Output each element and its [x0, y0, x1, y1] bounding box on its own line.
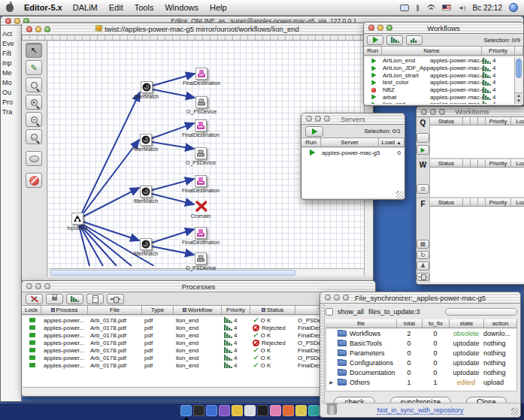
palette-category-label[interactable]: Tra: [1, 107, 21, 117]
resize-handle[interactable]: [396, 191, 404, 198]
app-status-orb-icon[interactable]: [509, 3, 518, 12]
node-psdevice[interactable]: O_PSDevice: [174, 147, 227, 165]
queue-list-empty[interactable]: [430, 125, 524, 158]
workflow-row[interactable]: arbat apples-power-mac-g5 4: [365, 93, 514, 101]
dock-icon[interactable]: [257, 405, 268, 416]
node-finaldestination[interactable]: FinalDestination: [174, 119, 227, 137]
dock-icon[interactable]: [244, 405, 256, 416]
palette-category-label[interactable]: Mo: [1, 78, 21, 88]
col-total[interactable]: total: [397, 319, 423, 328]
filesync-row[interactable]: Configurations 0 0 uptodate nothing: [326, 358, 516, 367]
display-icon[interactable]: [400, 5, 409, 11]
queue-run-button[interactable]: [416, 145, 429, 155]
queue-blank-button[interactable]: [416, 133, 429, 143]
pointer-tool-button[interactable]: ↖: [26, 43, 42, 58]
node-psdevice[interactable]: O_PSDevice: [174, 252, 227, 270]
zoom-region-tool-button[interactable]: [26, 77, 42, 92]
col-priority[interactable]: Priority: [486, 117, 511, 125]
col-status[interactable]: Status: [250, 306, 295, 315]
col-priority[interactable]: Priority: [482, 47, 515, 56]
col-workflow[interactable]: Workflow: [174, 306, 222, 315]
zoom-out-tool-button[interactable]: −: [26, 112, 42, 127]
node-filtermatch[interactable]: filterMatch: [120, 238, 172, 256]
lock-process-button[interactable]: [46, 294, 63, 304]
editor-titlebar[interactable]: twist://apples-power-mac-g5 mirror/ouroo…: [22, 23, 373, 35]
app-menu[interactable]: Editor-5.x: [24, 3, 62, 12]
server-row[interactable]: apples-power-mac-g5 0: [302, 148, 404, 157]
col-lock[interactable]: Lock: [511, 198, 524, 207]
run-workflow-button[interactable]: [367, 35, 383, 45]
col-name[interactable]: Name: [382, 47, 482, 56]
menu-item[interactable]: DALiM: [73, 3, 98, 12]
filesync-row[interactable]: BasicTools 0 0 uptodate nothing: [326, 338, 516, 348]
workitems-titlebar[interactable]: WorkItems: [416, 107, 524, 117]
workflow-row[interactable]: test_color apples-power-mac-g5 4: [365, 79, 514, 86]
apple-menu-icon[interactable]: [6, 4, 14, 12]
bluetooth-icon[interactable]: ᛒ: [416, 4, 420, 12]
workflow-row[interactable]: NBZ apples-power-mac-g5 4: [365, 86, 514, 94]
col-priority[interactable]: Priority: [222, 306, 250, 315]
col-file[interactable]: File: [88, 306, 142, 315]
volume-icon[interactable]: ◄): [458, 5, 466, 11]
working-action-button[interactable]: ⊙: [416, 184, 429, 194]
col-lock[interactable]: Lock: [22, 306, 41, 315]
menu-item[interactable]: Windows: [165, 3, 198, 12]
processes-titlebar[interactable]: Processes: [22, 281, 375, 292]
node-inputbox[interactable]: InputBox: [51, 213, 104, 231]
palette-category-label[interactable]: Eve: [1, 39, 21, 49]
workflow-row[interactable]: ArtLion_JDF_App... apples-power-mac-g5 4: [365, 65, 514, 72]
palette-category-label[interactable]: Act: [1, 29, 21, 39]
zoom-reset-tool-button[interactable]: ↔: [26, 129, 42, 144]
expander-icon[interactable]: [329, 379, 335, 385]
finished-refresh-button[interactable]: ↻: [416, 251, 429, 260]
palette-category-label[interactable]: Ou: [1, 88, 21, 98]
priority-button[interactable]: [386, 35, 403, 45]
node-filtermatch[interactable]: filterMatch: [120, 186, 172, 204]
col-run[interactable]: Run: [364, 47, 382, 56]
filesync-row[interactable]: Others 1 1 edited upload: [326, 377, 516, 387]
col-load[interactable]: Load ▲: [379, 138, 404, 147]
node-filtermatch[interactable]: filterMatch: [120, 134, 172, 152]
col-priority[interactable]: Priority: [486, 198, 511, 207]
finished-connect-button[interactable]: [416, 273, 429, 282]
finished-view-button[interactable]: ▦: [416, 240, 429, 249]
menu-item[interactable]: Help: [210, 3, 227, 12]
node-error-cromain[interactable]: Cromain: [174, 201, 227, 219]
dock-icon[interactable]: [295, 405, 307, 416]
process-log-button[interactable]: [86, 294, 104, 304]
col-status[interactable]: Status: [430, 117, 463, 125]
filesync-row[interactable]: Parameters 0 0 uptodate nothing: [326, 348, 516, 358]
menu-clock[interactable]: Bc 22:12: [473, 4, 502, 12]
filesync-row[interactable]: Workflows 2 0 obsolete downlo...: [326, 328, 516, 338]
node-psdevice[interactable]: O_PSDevice: [175, 96, 228, 114]
filesync-titlebar[interactable]: File_synchronizer:_apples-power-mac-g5: [320, 292, 520, 304]
sync-status-link[interactable]: Not_in_sync_with_repository: [321, 406, 519, 414]
servers-titlebar[interactable]: Servers: [301, 113, 404, 125]
dock-icon[interactable]: [180, 405, 192, 416]
input-language-flag-icon[interactable]: [442, 5, 451, 11]
node-finaldestination[interactable]: FinalDestination: [174, 175, 227, 193]
working-list-empty[interactable]: [430, 168, 524, 197]
col-status[interactable]: Status: [430, 198, 463, 207]
col-status[interactable]: Status: [430, 159, 463, 168]
zoom-in-tool-button[interactable]: +: [26, 95, 42, 110]
col-lock[interactable]: Lock: [511, 159, 524, 168]
workflows-titlebar[interactable]: Workflows: [364, 23, 523, 34]
col-process[interactable]: Process: [41, 306, 88, 315]
col-lock[interactable]: Lock: [511, 117, 524, 125]
ellipse-tool-button[interactable]: [26, 151, 42, 166]
process-priority-button[interactable]: [66, 294, 83, 304]
col-state[interactable]: state: [450, 319, 484, 328]
col-server[interactable]: Server: [321, 138, 379, 147]
palette-category-label[interactable]: Filt: [1, 49, 21, 59]
dock-icon[interactable]: [193, 405, 204, 416]
filesync-row[interactable]: Documentation 0 0 uptodate nothing: [326, 367, 516, 377]
dock-icon[interactable]: [232, 405, 243, 416]
forbid-tool-button[interactable]: [26, 173, 42, 188]
palette-category-label[interactable]: Pro: [1, 98, 21, 107]
col-run[interactable]: Run: [301, 138, 321, 147]
dock-icon[interactable]: [219, 405, 230, 416]
dock-icon[interactable]: [308, 405, 320, 416]
connector-tool-button[interactable]: ✎: [26, 60, 42, 75]
node-filtermatch[interactable]: filterMatch: [120, 81, 173, 99]
